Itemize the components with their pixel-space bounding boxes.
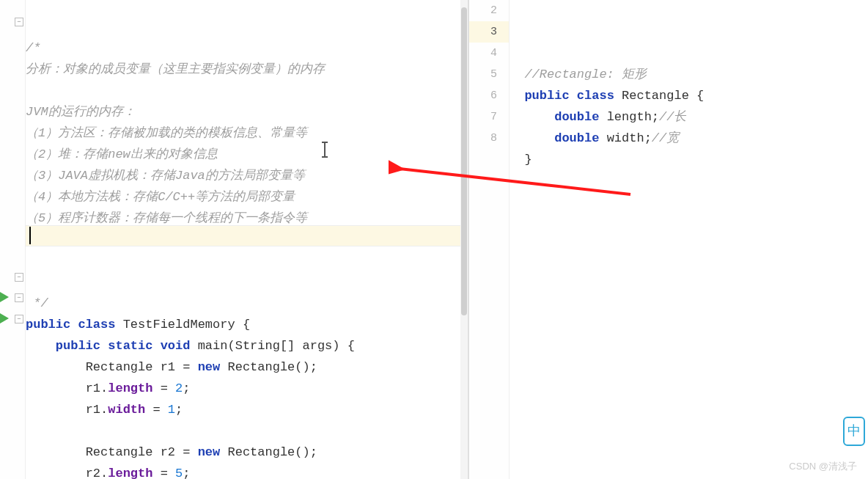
ime-badge-icon[interactable]: 中 [843,417,865,446]
watermark-text: CSDN @清浅子 [789,460,857,473]
code-text: ; [644,131,652,145]
code-text: static [108,339,152,353]
line-number[interactable]: 4 [469,43,509,64]
code-text: //长 [659,110,686,124]
code-text: public [524,89,569,103]
code-text: 2 [175,381,183,395]
code-text: public [26,318,70,332]
code-text: 5 [175,467,183,479]
line-number[interactable]: 6 [469,85,509,106]
code-text: ; [652,110,659,124]
code-text: Rectangle [622,89,689,103]
code-text: （4）本地方法栈：存储C/C++等方法的局部变量 [26,190,295,204]
code-text: double [554,110,599,124]
fold-icon[interactable]: − [15,273,23,282]
code-text: width [108,403,145,417]
right-gutter[interactable]: 2 3 4 5 6 7 8 [469,0,510,479]
line-number[interactable]: 8 [469,128,509,149]
svg-marker-1 [0,313,9,323]
text-caret [29,227,31,244]
right-editor-pane[interactable]: 2 3 4 5 6 7 8 //Rectangle: 矩形 public cla… [469,0,868,479]
code-text: TestFieldMemory [123,318,235,332]
code-text: length [607,110,652,124]
run-icon[interactable] [0,292,9,302]
split-editor: − − − − /* 分析：对象的成员变量（这里主要指实例变量）的内存 JVM的… [0,0,868,479]
code-text: Rectangle(); [220,445,317,459]
code-text: Rectangle [86,360,153,374]
code-text: （3）JAVA虚拟机栈：存储Java的方法局部变量等 [26,169,305,183]
fold-icon[interactable]: − [15,315,23,323]
code-text: length [108,381,152,395]
code-text: main [198,339,228,353]
left-code-area[interactable]: /* 分析：对象的成员变量（这里主要指实例变量）的内存 JVM的运行的内存： （… [26,0,468,479]
fold-icon[interactable]: − [15,18,23,26]
code-text: class [78,318,115,332]
code-text: ; [183,381,190,395]
fold-icon[interactable]: − [15,293,23,302]
svg-marker-0 [0,292,9,302]
line-number[interactable]: 7 [469,106,509,128]
code-text: //宽 [652,131,679,145]
code-text: （5）程序计数器：存储每一个线程的下一条指令等 [26,211,307,225]
scrollbar-thumb[interactable] [461,7,467,315]
code-text: r1. [86,403,108,417]
code-text: /* [26,41,40,55]
code-text: （2）堆：存储new出来的对象信息 [26,147,218,161]
code-text: 1 [168,403,175,417]
line-number[interactable]: 2 [469,0,509,21]
code-text: public [56,339,100,353]
code-text: (String[] args) { [227,339,354,353]
code-text: */ [26,296,48,310]
code-text: width [607,131,644,145]
code-text: length [108,467,152,479]
run-icon[interactable] [0,313,9,323]
code-text: double [554,131,599,145]
left-editor-pane[interactable]: − − − − /* 分析：对象的成员变量（这里主要指实例变量）的内存 JVM的… [0,0,469,479]
line-number[interactable]: 5 [469,64,509,85]
active-line-highlight [510,21,868,43]
code-text: r2 = [161,445,198,459]
code-text: （1）方法区：存储被加载的类的模板信息、常量等 [26,126,307,140]
code-text: //Rectangle: 矩形 [524,67,647,81]
code-text: { [696,89,704,103]
code-text: r2. [86,467,108,479]
code-text: ; [175,403,183,417]
code-text: ; [183,467,190,479]
line-number[interactable]: 3 [469,21,509,43]
code-text: { [243,318,250,332]
code-text: = [152,381,175,395]
left-gutter[interactable]: − − − − [0,0,26,479]
code-text: class [577,89,614,103]
code-text: new [198,445,221,459]
code-text: } [524,153,532,167]
code-text: new [198,360,221,374]
code-text: Rectangle [86,445,153,459]
right-code-area[interactable]: //Rectangle: 矩形 public class Rectangle {… [510,0,868,479]
code-text: 分析：对象的成员变量（这里主要指实例变量）的内存 [26,62,325,76]
code-text: = [152,467,175,479]
code-text: = [145,403,168,417]
code-text: Rectangle(); [220,360,317,374]
code-text: r1. [86,381,108,395]
code-text: void [161,339,191,353]
code-text: r1 = [161,360,198,374]
code-text: JVM的运行的内存： [26,105,136,119]
scrollbar[interactable] [460,0,468,479]
